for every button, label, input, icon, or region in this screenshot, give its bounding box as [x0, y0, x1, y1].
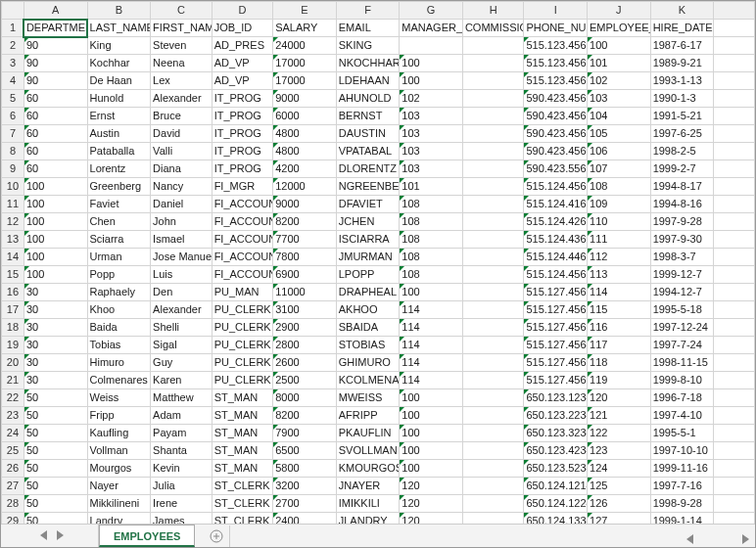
cell-K23[interactable]: 1997-4-10 — [650, 407, 714, 425]
cell-A1[interactable]: DEPARTMENT_ID — [24, 20, 87, 37]
col-header-C[interactable]: C — [151, 2, 213, 20]
cell-D4[interactable]: AD_VP — [212, 72, 273, 90]
cell-E6[interactable]: 6000 — [273, 108, 337, 125]
cell-H28[interactable] — [462, 495, 524, 513]
cell-C3[interactable]: Neena — [151, 55, 213, 72]
cell-E12[interactable]: 8200 — [273, 213, 337, 231]
cell-G27[interactable]: 120 — [400, 478, 463, 495]
cell-extra[interactable] — [714, 337, 755, 354]
row-header[interactable]: 15 — [2, 266, 24, 284]
cell-E25[interactable]: 6500 — [273, 442, 337, 460]
cell-J16[interactable]: 114 — [588, 284, 651, 301]
cell-H15[interactable] — [462, 266, 524, 284]
cell-J17[interactable]: 115 — [588, 301, 651, 319]
cell-G28[interactable]: 120 — [400, 495, 463, 513]
cell-J20[interactable]: 118 — [588, 354, 651, 372]
cell-B3[interactable]: Kochhar — [87, 55, 151, 72]
cell-G2[interactable] — [400, 37, 463, 55]
cell-B27[interactable]: Nayer — [87, 478, 151, 495]
cell-E28[interactable]: 2700 — [273, 495, 337, 513]
cell-E14[interactable]: 7800 — [273, 249, 337, 266]
cell-F19[interactable]: STOBIAS — [336, 337, 400, 354]
cell-B22[interactable]: Weiss — [87, 389, 151, 407]
row-header[interactable]: 14 — [2, 249, 24, 266]
cell-H20[interactable] — [462, 354, 524, 372]
cell-G13[interactable]: 108 — [400, 231, 463, 249]
col-header-G[interactable]: G — [400, 2, 463, 20]
cell-C25[interactable]: Shanta — [151, 442, 213, 460]
cell-D11[interactable]: FI_ACCOUNT — [212, 196, 273, 213]
cell-H10[interactable] — [462, 178, 524, 196]
cell-K1[interactable]: HIRE_DATE — [650, 20, 714, 37]
cell-F28[interactable]: IMIKKILI — [336, 495, 400, 513]
cell-extra[interactable] — [714, 249, 755, 266]
cell-E5[interactable]: 9000 — [273, 90, 337, 108]
spreadsheet-grid[interactable]: A B C D E F G H I J K 1DEPARTMENT_IDLAST… — [1, 1, 755, 548]
cell-B6[interactable]: Ernst — [87, 108, 151, 125]
cell-D1[interactable]: JOB_ID — [212, 20, 273, 37]
cell-E16[interactable]: 11000 — [273, 284, 337, 301]
cell-C13[interactable]: Ismael — [151, 231, 213, 249]
cell-extra[interactable] — [714, 266, 755, 284]
cell-H21[interactable] — [462, 372, 524, 389]
cell-D18[interactable]: PU_CLERK — [212, 319, 273, 337]
cell-A21[interactable]: 30 — [24, 372, 87, 389]
cell-A11[interactable]: 100 — [24, 196, 87, 213]
cell-I1[interactable]: PHONE_NUMBER — [524, 20, 588, 37]
row-header[interactable]: 10 — [2, 178, 24, 196]
cell-extra[interactable] — [714, 178, 755, 196]
cell-C11[interactable]: Daniel — [151, 196, 213, 213]
row-header[interactable]: 13 — [2, 231, 24, 249]
cell-J11[interactable]: 109 — [588, 196, 651, 213]
cell-G16[interactable]: 100 — [400, 284, 463, 301]
cell-A10[interactable]: 100 — [24, 178, 87, 196]
row-header[interactable]: 5 — [2, 90, 24, 108]
cell-A9[interactable]: 60 — [24, 160, 87, 178]
cell-extra[interactable] — [714, 372, 755, 389]
cell-H2[interactable] — [462, 37, 524, 55]
row-header[interactable]: 23 — [2, 407, 24, 425]
scroll-left-icon[interactable] — [686, 534, 693, 544]
cell-A25[interactable]: 50 — [24, 442, 87, 460]
cell-F13[interactable]: ISCIARRA — [336, 231, 400, 249]
cell-H9[interactable] — [462, 160, 524, 178]
cell-B21[interactable]: Colmenares — [87, 372, 151, 389]
cell-E9[interactable]: 4200 — [273, 160, 337, 178]
cell-I28[interactable]: 650.124.1224 — [524, 495, 588, 513]
cell-K13[interactable]: 1997-9-30 — [650, 231, 714, 249]
cell-F21[interactable]: KCOLMENA — [336, 372, 400, 389]
cell-E17[interactable]: 3100 — [273, 301, 337, 319]
cell-G4[interactable]: 100 — [400, 72, 463, 90]
cell-extra[interactable] — [714, 160, 755, 178]
cell-C17[interactable]: Alexander — [151, 301, 213, 319]
cell-J22[interactable]: 120 — [588, 389, 651, 407]
cell-F16[interactable]: DRAPHEAL — [336, 284, 400, 301]
row-header[interactable]: 21 — [2, 372, 24, 389]
cell-E3[interactable]: 17000 — [273, 55, 337, 72]
cell-G8[interactable]: 103 — [400, 143, 463, 160]
cell-H8[interactable] — [462, 143, 524, 160]
col-header-A[interactable]: A — [24, 2, 87, 20]
cell-D13[interactable]: FI_ACCOUNT — [212, 231, 273, 249]
cell-K17[interactable]: 1995-5-18 — [650, 301, 714, 319]
cell-F2[interactable]: SKING — [336, 37, 400, 55]
cell-K19[interactable]: 1997-7-24 — [650, 337, 714, 354]
cell-E15[interactable]: 6900 — [273, 266, 337, 284]
cell-I6[interactable]: 590.423.4568 — [524, 108, 588, 125]
cell-D8[interactable]: IT_PROG — [212, 143, 273, 160]
cell-F20[interactable]: GHIMURO — [336, 354, 400, 372]
cell-I26[interactable]: 650.123.5234 — [524, 460, 588, 478]
cell-extra[interactable] — [714, 354, 755, 372]
cell-B13[interactable]: Sciarra — [87, 231, 151, 249]
cell-A18[interactable]: 30 — [24, 319, 87, 337]
cell-J25[interactable]: 123 — [588, 442, 651, 460]
row-header[interactable]: 17 — [2, 301, 24, 319]
cell-J19[interactable]: 117 — [588, 337, 651, 354]
cell-B17[interactable]: Khoo — [87, 301, 151, 319]
cell-H5[interactable] — [462, 90, 524, 108]
cell-B1[interactable]: LAST_NAME — [87, 20, 151, 37]
cell-I7[interactable]: 590.423.4569 — [524, 125, 588, 143]
cell-J27[interactable]: 125 — [588, 478, 651, 495]
cell-J24[interactable]: 122 — [588, 425, 651, 442]
cell-extra[interactable] — [714, 460, 755, 478]
